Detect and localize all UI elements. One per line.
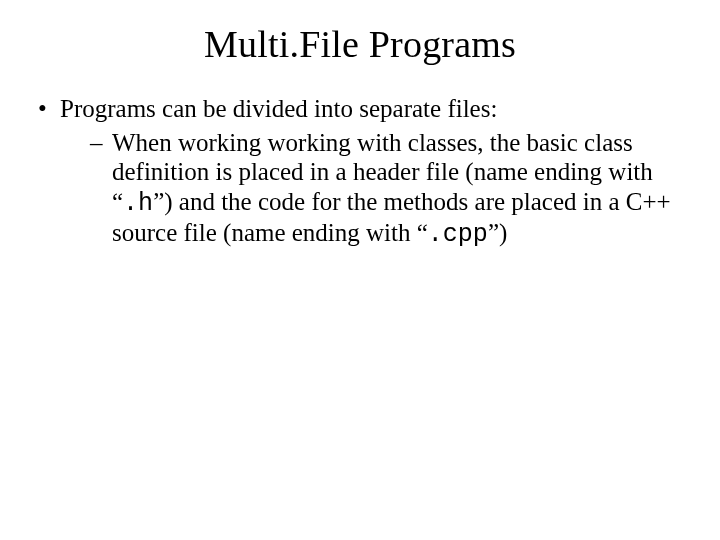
sub-bullet-1-text-2: ”) and the code for the methods are plac… [112,188,671,247]
code-cpp-ext: .cpp [428,220,488,249]
code-h-ext: .h [123,189,153,218]
sub-bullet-1-text-3: ”) [488,219,507,246]
slide: Multi.File Programs Programs can be divi… [0,0,720,540]
sub-bullet-1: When working working with classes, the b… [90,128,684,250]
slide-title: Multi.File Programs [0,0,720,66]
bullet-item-1: Programs can be divided into separate fi… [36,94,684,250]
bullet-list-level2: When working working with classes, the b… [60,128,684,250]
bullet-1-text: Programs can be divided into separate fi… [60,95,497,122]
bullet-list-level1: Programs can be divided into separate fi… [36,94,684,250]
slide-body: Programs can be divided into separate fi… [0,66,720,250]
